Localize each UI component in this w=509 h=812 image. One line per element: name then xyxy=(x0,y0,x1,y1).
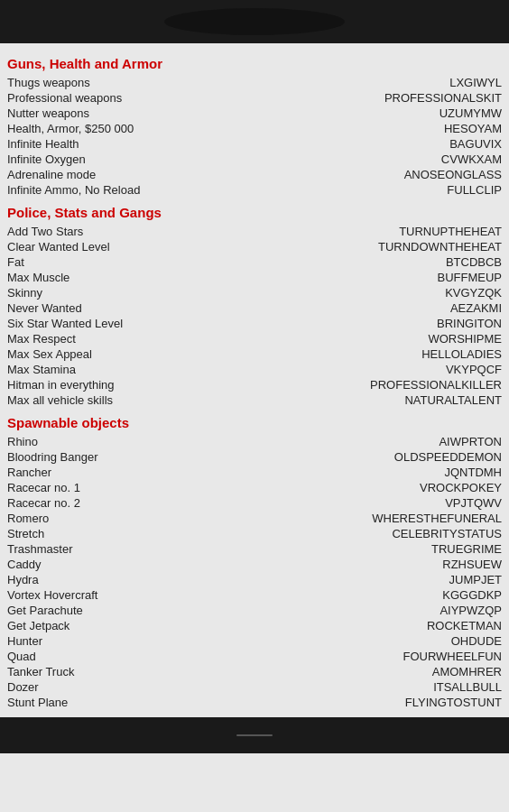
cheat-name: Get Jetpack xyxy=(7,619,427,632)
cheat-row[interactable]: Racecar no. 2VPJTQWV xyxy=(7,495,502,511)
cheat-name: Racecar no. 2 xyxy=(7,496,445,510)
cheat-code: AIWPRTON xyxy=(439,435,502,448)
home-indicator xyxy=(236,734,273,736)
cheat-name: Thugs weapons xyxy=(7,76,449,89)
cheat-code: AMOMHRER xyxy=(432,665,502,678)
cheat-code: PROFESSIONALKILLER xyxy=(370,378,502,392)
cheat-name: Trashmaster xyxy=(7,542,431,556)
cheat-code: BRINGITON xyxy=(437,317,502,330)
cheat-name: Fat xyxy=(7,255,446,269)
cheat-name: Rhino xyxy=(7,435,439,448)
cheat-row[interactable]: Adrenaline modeANOSEONGLASS xyxy=(7,167,502,182)
cheat-row[interactable]: Max MuscleBUFFMEUP xyxy=(7,270,502,285)
cheat-code: UZUMYMW xyxy=(440,106,502,120)
cheat-name: Add Two Stars xyxy=(7,225,399,238)
cheat-row[interactable]: HunterOHDUDE xyxy=(7,633,502,649)
cheat-code: CVWKXAM xyxy=(441,152,502,166)
cheat-name: Hitman in everything xyxy=(7,378,370,392)
cheat-code: VROCKPOKEY xyxy=(420,481,502,494)
cheat-row[interactable]: Infinite HealthBAGUVIX xyxy=(7,136,502,152)
cheat-code: TURNDOWNTHEHEAT xyxy=(378,240,502,254)
cheat-row[interactable]: RhinoAIWPRTON xyxy=(7,434,502,449)
cheat-name: Max Muscle xyxy=(7,271,438,284)
cheat-row[interactable]: Max Sex AppealHELLOLADIES xyxy=(7,346,502,362)
cheat-code: JQNTDMH xyxy=(444,466,502,479)
cheat-name: Infinite Health xyxy=(7,137,449,151)
cheat-code: CELEBRITYSTATUS xyxy=(392,527,502,540)
top-bar xyxy=(0,0,509,43)
cheat-code: LXGIWYL xyxy=(449,76,502,89)
cheat-row[interactable]: Max StaminaVKYPQCF xyxy=(7,362,502,377)
cheat-row[interactable]: Max all vehicle skillsNATURALTALENT xyxy=(7,392,502,408)
cheat-row[interactable]: QuadFOURWHEELFUN xyxy=(7,649,502,664)
cheat-code: PROFESSIONALSKIT xyxy=(384,91,502,105)
cheat-name: Rancher xyxy=(7,466,444,479)
cheat-row[interactable]: TrashmasterTRUEGRIME xyxy=(7,541,502,557)
cheat-name: Romero xyxy=(7,512,372,525)
cheat-name: Infinite Oxygen xyxy=(7,152,441,166)
cheat-code: KVGYZQK xyxy=(445,286,502,300)
cheat-row[interactable]: Professional weaponsPROFESSIONALSKIT xyxy=(7,90,502,106)
cheat-row[interactable]: SkinnyKVGYZQK xyxy=(7,285,502,300)
cheat-code: KGGGDKP xyxy=(442,588,502,602)
cheat-code: JUMPJET xyxy=(449,573,503,586)
cheat-row[interactable]: HydraJUMPJET xyxy=(7,572,502,587)
cheat-name: Stretch xyxy=(7,527,392,540)
cheat-row[interactable]: Health, Armor, $250 000HESOYAM xyxy=(7,121,502,136)
cheat-code: FULLCLIP xyxy=(447,183,502,197)
cheat-row[interactable]: Hitman in everythingPROFESSIONALKILLER xyxy=(7,377,502,392)
cheat-code: ANOSEONGLASS xyxy=(404,168,502,181)
cheat-row[interactable]: Nutter weaponsUZUMYMW xyxy=(7,106,502,121)
cheat-row[interactable]: DozerITSALLBULL xyxy=(7,679,502,695)
cheat-row[interactable]: Get ParachuteAIYPWZQP xyxy=(7,603,502,618)
cheat-row[interactable]: StretchCELEBRITYSTATUS xyxy=(7,526,502,541)
cheat-code: ITSALLBULL xyxy=(433,680,502,694)
cheat-code: BAGUVIX xyxy=(449,137,502,151)
cheat-name: Skinny xyxy=(7,286,445,300)
cheat-row[interactable]: Stunt PlaneFLYINGTOSTUNT xyxy=(7,695,502,710)
cheat-code: ROCKETMAN xyxy=(427,619,502,632)
section-title-spawnable-objects: Spawnable objects xyxy=(7,415,502,430)
section-title-police-stats-gangs: Police, Stats and Gangs xyxy=(7,205,502,220)
cheat-row[interactable]: Add Two StarsTURNUPTHEHEAT xyxy=(7,224,502,239)
bottom-bar xyxy=(0,717,509,753)
cheat-code: FOURWHEELFUN xyxy=(403,650,502,663)
cheat-row[interactable]: Clear Wanted LevelTURNDOWNTHEHEAT xyxy=(7,239,502,254)
cheat-name: Health, Armor, $250 000 xyxy=(7,122,444,135)
cheat-code: WORSHIPME xyxy=(428,332,502,346)
cheat-name: Professional weapons xyxy=(7,91,384,105)
cheat-code: HESOYAM xyxy=(444,122,502,135)
cheat-name: Quad xyxy=(7,650,403,663)
cheat-code: TURNUPTHEHEAT xyxy=(399,225,502,238)
cheat-row[interactable]: Racecar no. 1VROCKPOKEY xyxy=(7,480,502,495)
cheat-row[interactable]: Six Star Wanted LevelBRINGITON xyxy=(7,316,502,331)
cheat-row[interactable]: Never WantedAEZAKMI xyxy=(7,300,502,316)
cheat-row[interactable]: CaddyRZHSUEW xyxy=(7,557,502,572)
cheat-code: AIYPWZQP xyxy=(440,604,502,617)
cheat-row[interactable]: Tanker TruckAMOMHRER xyxy=(7,664,502,679)
cheat-row[interactable]: Bloodring BangerOLDSPEEDDEMON xyxy=(7,449,502,465)
cheat-row[interactable]: FatBTCDBCB xyxy=(7,254,502,270)
cheat-row[interactable]: Vortex HovercraftKGGGDKP xyxy=(7,587,502,603)
cheat-row[interactable]: Infinite Ammo, No ReloadFULLCLIP xyxy=(7,182,502,198)
cheat-code: VKYPQCF xyxy=(446,363,502,376)
cheat-name: Infinite Ammo, No Reload xyxy=(7,183,447,197)
cheat-row[interactable]: Max RespectWORSHIPME xyxy=(7,331,502,346)
cheat-code: RZHSUEW xyxy=(442,558,502,571)
cheat-name: Clear Wanted Level xyxy=(7,240,378,254)
cheat-row[interactable]: Thugs weaponsLXGIWYL xyxy=(7,75,502,90)
cheat-name: Adrenaline mode xyxy=(7,168,404,181)
cheat-code: HELLOLADIES xyxy=(421,347,502,361)
cheat-name: Never Wanted xyxy=(7,301,450,315)
cheat-name: Dozer xyxy=(7,680,433,694)
cheat-name: Max Sex Appeal xyxy=(7,347,421,361)
cheat-name: Max Respect xyxy=(7,332,428,346)
cheat-name: Max Stamina xyxy=(7,363,446,376)
cheat-row[interactable]: RomeroWHERESTHEFUNERAL xyxy=(7,511,502,526)
cheat-code: AEZAKMI xyxy=(450,301,502,315)
cheat-row[interactable]: RancherJQNTDMH xyxy=(7,465,502,480)
cheat-name: Hunter xyxy=(7,634,451,648)
cheat-code: NATURALTALENT xyxy=(404,393,502,407)
cheat-row[interactable]: Get JetpackROCKETMAN xyxy=(7,618,502,633)
cheat-row[interactable]: Infinite OxygenCVWKXAM xyxy=(7,152,502,167)
